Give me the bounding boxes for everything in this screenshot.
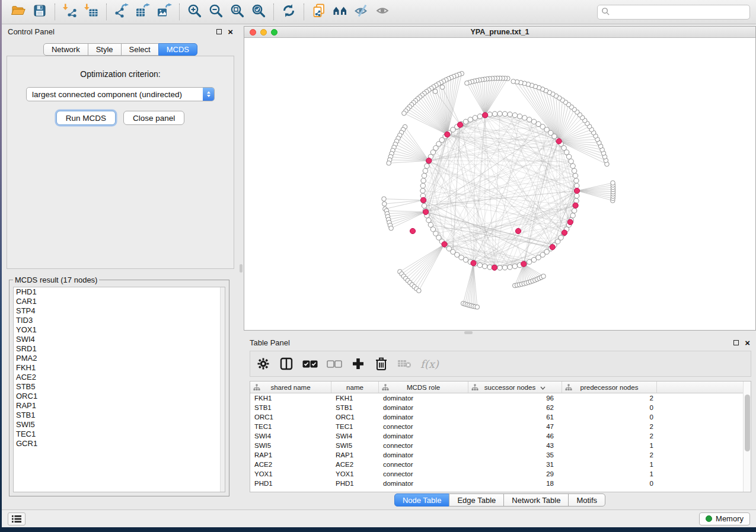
ring-node[interactable] <box>512 113 517 117</box>
hide-selected-button[interactable] <box>351 2 372 21</box>
ring-node[interactable] <box>527 259 532 264</box>
close-panel-icon[interactable]: × <box>228 29 233 34</box>
select-all-button[interactable] <box>302 356 318 371</box>
zoom-in-button[interactable] <box>184 2 205 21</box>
cell-MCDS-role[interactable]: connector <box>379 469 468 479</box>
task-history-button[interactable] <box>8 512 25 525</box>
table-row[interactable]: YOX1YOX1connector291 <box>250 469 751 479</box>
ring-node[interactable] <box>463 257 468 262</box>
ring-node[interactable] <box>517 114 522 118</box>
cell-shared-name[interactable]: SWI5 <box>250 441 331 450</box>
mcds-result-item[interactable]: GCR1 <box>14 439 225 448</box>
cell-name[interactable]: PHD1 <box>331 479 379 488</box>
cell-predecessor-nodes[interactable]: 2 <box>562 422 657 431</box>
column-header-MCDS-role[interactable]: MCDS role <box>379 382 468 393</box>
tab-style[interactable]: Style <box>88 43 122 56</box>
mcds-hub-node[interactable] <box>420 197 426 203</box>
cell-shared-name[interactable]: SWI4 <box>250 431 331 441</box>
mcds-result-item[interactable]: STB1 <box>14 411 225 420</box>
ring-node[interactable] <box>522 116 527 120</box>
add-row-button[interactable] <box>351 356 365 371</box>
table-row[interactable]: FKH1FKH1dominator962 <box>250 393 751 403</box>
tab-edge-table[interactable]: Edge Table <box>449 493 504 507</box>
cell-name[interactable]: ACE2 <box>331 460 379 469</box>
mcds-hub-node[interactable] <box>423 209 428 214</box>
mcds-hub-node[interactable] <box>410 228 415 233</box>
mcds-hub-node[interactable] <box>556 139 562 144</box>
mcds-result-item[interactable]: TEC1 <box>14 430 225 439</box>
mcds-result-list[interactable]: PHD1CAR1STP4TID3YOX1SWI4SRD1PMA2FKH1ACE2… <box>13 287 225 492</box>
cell-name[interactable]: RAP1 <box>331 450 379 460</box>
cell-shared-name[interactable]: ACE2 <box>250 460 331 469</box>
cell-name[interactable]: SWI4 <box>331 431 379 441</box>
mcds-hub-node[interactable] <box>445 132 450 137</box>
ring-node[interactable] <box>492 111 497 116</box>
cell-predecessor-nodes[interactable]: 0 <box>562 479 657 488</box>
memory-button[interactable]: Memory <box>699 512 750 525</box>
mcds-result-item[interactable]: PMA2 <box>14 354 225 363</box>
import-table-button[interactable] <box>81 2 102 21</box>
mcds-hub-node[interactable] <box>515 228 521 233</box>
first-neighbors-button[interactable] <box>330 2 351 21</box>
save-session-button[interactable] <box>29 2 50 21</box>
mcds-hub-node[interactable] <box>442 242 447 247</box>
cell-successor-nodes[interactable]: 31 <box>468 460 562 469</box>
mcds-result-item[interactable]: ORC1 <box>14 392 225 401</box>
ring-node[interactable] <box>482 264 487 268</box>
tab-node-table[interactable]: Node Table <box>394 493 450 507</box>
mcds-result-item[interactable]: ACE2 <box>14 373 225 382</box>
leaf-node[interactable] <box>440 85 445 89</box>
cell-successor-nodes[interactable]: 43 <box>468 441 562 450</box>
ring-node[interactable] <box>570 213 575 218</box>
cell-name[interactable]: TEC1 <box>331 422 379 431</box>
export-image-button[interactable] <box>154 2 175 21</box>
cell-name[interactable]: ORC1 <box>331 412 379 422</box>
cell-MCDS-role[interactable]: connector <box>379 441 468 450</box>
zoom-out-button[interactable] <box>205 2 227 21</box>
leaf-node[interactable] <box>382 197 387 201</box>
cell-name[interactable]: STB1 <box>331 403 379 412</box>
mcds-hub-node[interactable] <box>573 203 578 208</box>
export-table-button[interactable] <box>132 2 154 21</box>
ring-node[interactable] <box>420 188 425 193</box>
mcds-hub-node[interactable] <box>567 219 573 225</box>
table-scrollbar-thumb[interactable] <box>745 395 750 451</box>
new-network-from-selection-button[interactable] <box>308 2 330 21</box>
ring-node[interactable] <box>527 117 532 122</box>
mcds-hub-node[interactable] <box>483 113 488 118</box>
float-panel-icon[interactable] <box>733 340 739 345</box>
tab-network[interactable]: Network <box>43 43 88 56</box>
ring-node[interactable] <box>502 265 507 270</box>
leaf-node[interactable] <box>402 111 407 116</box>
mcds-result-item[interactable]: STB5 <box>14 382 225 392</box>
cell-MCDS-role[interactable]: connector <box>379 422 468 431</box>
vertical-splitter[interactable] <box>239 24 244 508</box>
table-row[interactable]: ACE2ACE2connector311 <box>250 460 751 469</box>
cell-MCDS-role[interactable]: dominator <box>379 393 468 403</box>
cell-shared-name[interactable]: RAP1 <box>250 450 331 460</box>
ring-node[interactable] <box>574 178 579 183</box>
cell-successor-nodes[interactable]: 47 <box>468 422 562 431</box>
network-canvas[interactable] <box>244 38 755 330</box>
mcds-hub-node[interactable] <box>492 265 497 270</box>
delete-row-button[interactable] <box>374 356 388 371</box>
leaf-node[interactable] <box>389 226 394 230</box>
mcds-result-item[interactable]: SWI5 <box>14 420 225 430</box>
close-panel-icon[interactable]: × <box>745 340 750 345</box>
table-row[interactable]: STB1STB1dominator620 <box>250 403 751 412</box>
cell-predecessor-nodes[interactable]: 1 <box>562 469 657 479</box>
leaf-node[interactable] <box>511 79 516 84</box>
ring-node[interactable] <box>422 203 426 208</box>
cell-MCDS-role[interactable]: dominator <box>379 450 468 460</box>
mcds-hub-node[interactable] <box>550 245 555 250</box>
ring-node[interactable] <box>423 168 428 173</box>
column-header-predecessor-nodes[interactable]: predecessor nodes <box>562 382 657 393</box>
table-row[interactable]: PHD1PHD1dominator180 <box>250 479 751 488</box>
refresh-view-button[interactable] <box>278 2 299 21</box>
mcds-hub-node[interactable] <box>426 158 432 164</box>
cell-predecessor-nodes[interactable]: 2 <box>562 431 657 441</box>
deselect-all-button[interactable] <box>327 356 342 371</box>
mcds-result-item[interactable]: FKH1 <box>14 363 225 373</box>
ring-node[interactable] <box>575 193 579 198</box>
cell-successor-nodes[interactable]: 46 <box>468 431 562 441</box>
